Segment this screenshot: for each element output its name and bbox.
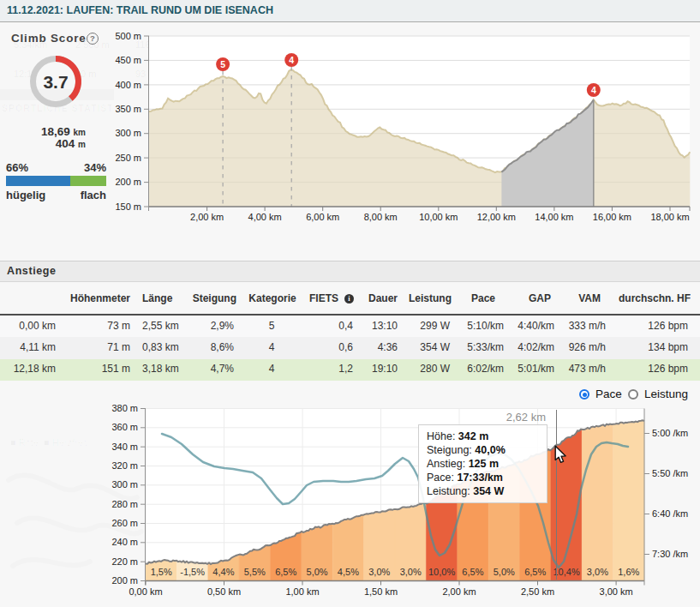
svg-text:3.7: 3.7 <box>43 72 68 92</box>
